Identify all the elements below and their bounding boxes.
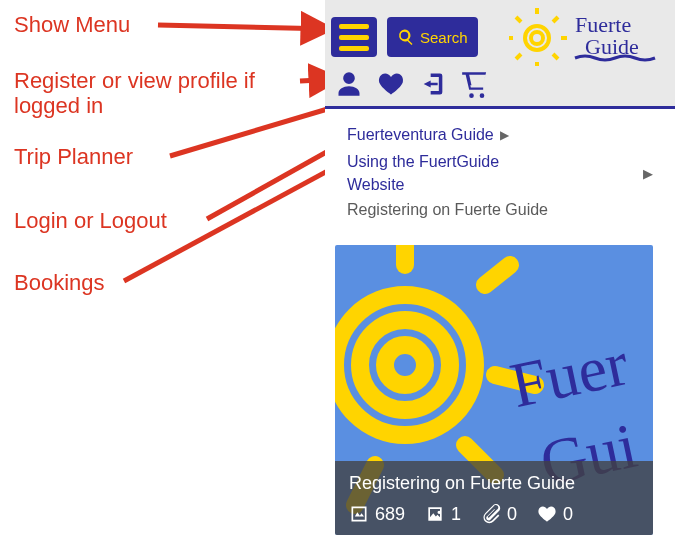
chevron-right-icon: ▶ <box>500 128 509 142</box>
breadcrumb-current: Registering on Fuerte Guide <box>347 201 548 219</box>
brand-logo[interactable]: Fuerte Guide <box>509 8 669 66</box>
card-overlay: Registering on Fuerte Guide 689 1 0 <box>335 461 653 535</box>
anno-bookings: Bookings <box>14 270 105 295</box>
header-icon-row <box>331 66 669 100</box>
app-header: Search Fuerte Guide <box>325 0 675 106</box>
attachment-icon <box>481 504 501 524</box>
article-card[interactable]: Fuer Gui Registering on Fuerte Guide 689… <box>335 245 653 535</box>
hamburger-icon <box>339 24 369 29</box>
svg-point-5 <box>531 32 543 44</box>
views-icon <box>349 504 369 524</box>
anno-planner: Trip Planner <box>14 144 133 169</box>
login-icon[interactable] <box>419 70 447 98</box>
breadcrumb-l2[interactable]: Using the FuertGuide Website <box>347 150 557 196</box>
breadcrumb: Fuerteventura Guide ▶ Using the FuertGui… <box>325 109 675 227</box>
svg-line-13 <box>516 54 521 59</box>
magnifier-icon <box>397 28 415 46</box>
search-button[interactable]: Search <box>387 17 478 57</box>
anno-menu: Show Menu <box>14 12 130 37</box>
cart-icon[interactable] <box>461 70 489 98</box>
heart-icon <box>537 504 557 524</box>
card-title: Registering on Fuerte Guide <box>349 473 639 494</box>
svg-line-0 <box>158 25 332 29</box>
app-panel: Search Fuerte Guide <box>325 0 675 553</box>
search-label: Search <box>420 29 468 46</box>
stat-images: 1 <box>425 504 461 525</box>
svg-line-14 <box>553 54 558 59</box>
svg-line-12 <box>553 17 558 22</box>
menu-button[interactable] <box>331 17 377 57</box>
image-icon <box>425 504 445 524</box>
stat-likes: 0 <box>537 504 573 525</box>
chevron-right-icon: ▶ <box>643 166 653 181</box>
anno-login: Login or Logout <box>14 208 167 233</box>
stat-attachments: 0 <box>481 504 517 525</box>
anno-profile: Register or view profile if logged in <box>14 68 314 119</box>
user-icon[interactable] <box>335 70 363 98</box>
stat-views: 689 <box>349 504 405 525</box>
svg-point-6 <box>525 26 549 50</box>
svg-line-11 <box>516 17 521 22</box>
heart-icon[interactable] <box>377 70 405 98</box>
breadcrumb-l1[interactable]: Fuerteventura Guide <box>347 123 494 146</box>
